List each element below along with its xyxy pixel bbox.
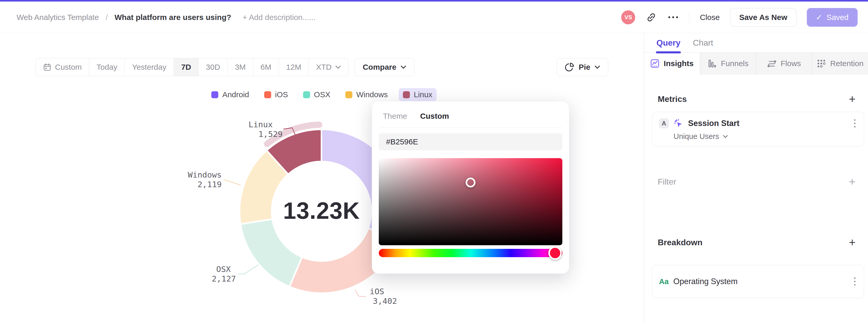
leader-line-windows [223,180,241,185]
query-type-funnels[interactable]: Funnels [700,53,756,74]
funnels-icon [708,59,717,68]
breakdown-section-header: Breakdown + [658,237,856,247]
leader-line-osx [238,265,258,274]
check-icon: ✓ [816,13,823,22]
query-type-flows[interactable]: Flows [756,53,812,74]
breadcrumb: Web Analytics Template / What platform a… [17,13,315,22]
breakdown-menu-icon[interactable] [852,276,857,287]
share-link-icon[interactable] [646,12,657,23]
header-divider [689,11,689,24]
slice-label-linux: Linux 1,529 [241,120,283,139]
tab-custom[interactable]: Custom [420,112,449,121]
chevron-down-icon [723,135,728,138]
query-type-strip: Insights Funnels Flows Retention [644,53,868,74]
top-bar: Web Analytics Template / What platform a… [0,0,868,33]
add-filter-button[interactable]: + [849,177,856,187]
color-picker-tabs: Theme Custom [379,101,562,128]
tab-query[interactable]: Query [656,38,680,52]
tab-theme[interactable]: Theme [383,112,407,121]
more-options-icon[interactable] [667,12,679,23]
event-cursor-icon [674,119,683,128]
add-metric-button[interactable]: + [849,94,856,104]
color-cursor[interactable] [466,177,475,187]
close-button[interactable]: Close [700,13,720,22]
retention-icon [817,59,826,68]
hex-color-input[interactable]: #B2596E [379,133,562,150]
slice-label-osx: OSX 2,127 [194,264,236,284]
donut-slice-osx [241,219,302,287]
slice-label-ios: iOS 3,402 [370,287,422,306]
breadcrumb-separator: / [105,13,107,22]
save-as-new-button[interactable]: Save As New [730,8,797,27]
query-sidebar: Query Chart Insights Funnels Flows [644,33,868,323]
insights-icon [650,59,659,68]
metric-menu-icon[interactable] [852,118,857,129]
add-description-button[interactable]: + Add description...... [243,13,315,22]
breakdown-property: Operating System [673,277,738,286]
add-breakdown-button[interactable]: + [849,237,856,247]
saturation-value-area[interactable] [379,158,562,245]
text-property-icon: Aa [659,278,669,286]
breakdown-card[interactable]: Aa Operating System [652,265,864,298]
saved-label: Saved [827,13,848,22]
hue-slider[interactable] [379,249,562,257]
leader-line-ios [355,290,366,296]
metric-aggregation[interactable]: Unique Users [659,132,857,141]
query-type-insights[interactable]: Insights [644,53,700,74]
avatar[interactable]: VS [621,10,635,24]
metrics-section-header: Metrics + [658,94,856,104]
metric-card[interactable]: A Session Start Unique Users [652,112,864,147]
metric-event-name: Session Start [688,119,739,128]
breadcrumb-root[interactable]: Web Analytics Template [17,13,99,22]
filter-section-header: Filter + [658,177,856,187]
slice-label-windows: Windows 2,119 [179,170,222,189]
tab-chart[interactable]: Chart [693,38,713,52]
series-badge: A [659,119,669,128]
saved-button[interactable]: ✓ Saved [807,8,858,27]
sidebar-tabs: Query Chart [644,33,868,53]
hue-slider-thumb[interactable] [548,246,562,260]
donut-total: 13.23K [270,197,373,224]
query-type-retention[interactable]: Retention [812,53,868,74]
color-picker-popup: Theme Custom #B2596E [372,101,569,274]
flows-icon [767,59,776,68]
page-title[interactable]: What platform are users using? [115,13,231,22]
